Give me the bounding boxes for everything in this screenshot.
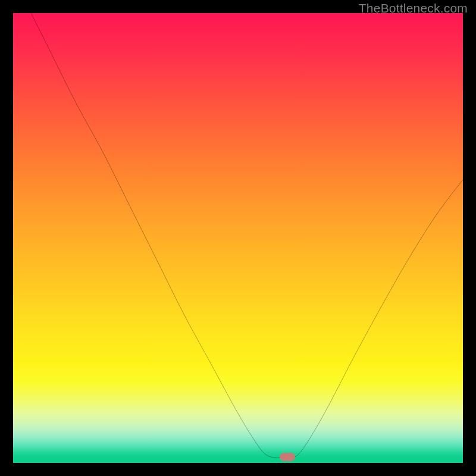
chart-frame: TheBottleneck.com [0,0,476,476]
bottleneck-curve [13,13,463,463]
watermark-text: TheBottleneck.com [359,1,468,15]
optimal-marker [280,453,295,461]
plot-area [13,13,463,463]
